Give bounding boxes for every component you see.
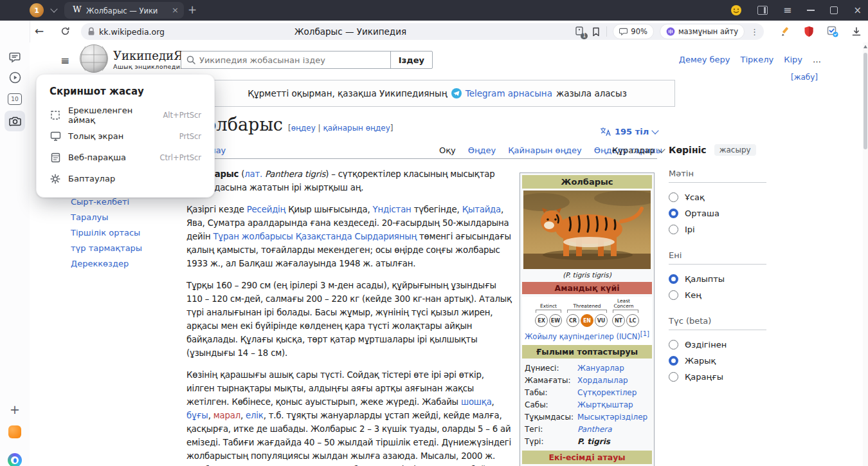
appearance-option[interactable]: Орташа bbox=[669, 205, 766, 221]
radio-checked-icon[interactable] bbox=[669, 356, 678, 366]
edit-source-link[interactable]: қайнарын өңдеу bbox=[323, 124, 390, 133]
wikipedia-wordmark[interactable]: УикипедиЯ bbox=[113, 49, 183, 62]
wiki-menu-icon[interactable]: ≡ bbox=[60, 54, 69, 67]
appearance-option[interactable]: Кең bbox=[669, 287, 766, 303]
tab-counter-badge[interactable]: 10 bbox=[5, 89, 25, 109]
search-button[interactable]: Іздеу bbox=[390, 51, 432, 68]
screenshot-menu-item[interactable]: Баптаулар bbox=[37, 168, 214, 189]
tools-menu[interactable]: Құралдар bbox=[612, 145, 664, 155]
search-input[interactable] bbox=[195, 55, 390, 65]
downloads-icon[interactable] bbox=[851, 26, 862, 37]
article-link[interactable]: марал bbox=[213, 411, 240, 420]
user-link[interactable]: Кіру bbox=[784, 55, 802, 64]
iucn-status-ex[interactable]: EX bbox=[535, 314, 548, 327]
radio-icon[interactable] bbox=[669, 340, 678, 350]
radio-icon[interactable] bbox=[669, 192, 678, 202]
chat-panel-icon[interactable] bbox=[5, 47, 25, 68]
page-scrollbar[interactable] bbox=[863, 42, 868, 466]
appearance-option[interactable]: Жарық bbox=[669, 353, 766, 369]
article-link[interactable]: Тұран жолбарысы bbox=[213, 232, 293, 241]
appearance-hide-button[interactable]: жасыру bbox=[714, 144, 756, 156]
article-link[interactable]: лат. bbox=[244, 169, 262, 179]
new-tab-button[interactable]: + bbox=[188, 3, 197, 16]
taxonomy-value[interactable]: Хордалылар bbox=[577, 376, 649, 385]
site-rating-button[interactable]: 90% bbox=[613, 24, 654, 39]
view-tab-2[interactable]: Өңдеу bbox=[468, 145, 496, 159]
toc-link[interactable]: Сырт-келбеті bbox=[71, 197, 142, 207]
screenshot-menu-item[interactable]: Ерекшеленген аймақAlt+PrtScr bbox=[37, 104, 214, 126]
iucn-link[interactable]: Жойылу қаупіндегілер (IUCN) bbox=[525, 332, 640, 341]
appearance-option[interactable]: Қалыпты bbox=[669, 271, 766, 287]
window-maximize-button[interactable] bbox=[830, 6, 838, 14]
user-link[interactable]: Демеу беру bbox=[679, 55, 730, 64]
user-menu-more-icon[interactable]: … bbox=[813, 55, 822, 64]
toc-link[interactable]: Дереккөздер bbox=[71, 259, 142, 268]
taxonomy-value[interactable]: Мысықтәрізділер bbox=[577, 413, 649, 422]
view-tab-1[interactable]: Оқу bbox=[439, 145, 456, 159]
video-panel-icon[interactable] bbox=[5, 67, 25, 88]
taxonomy-value[interactable]: Сүтқоректілер bbox=[577, 388, 649, 397]
page-scrollbar-thumb[interactable] bbox=[863, 53, 867, 149]
radio-icon[interactable] bbox=[669, 290, 678, 300]
tab-group-chevron-icon[interactable] bbox=[50, 5, 57, 12]
rail-add-icon[interactable]: + bbox=[5, 399, 25, 420]
iucn-status-lc[interactable]: LC bbox=[626, 314, 639, 327]
article-link[interactable]: бұғы bbox=[186, 411, 208, 420]
article-link[interactable]: Үндістан bbox=[373, 205, 411, 214]
radio-icon[interactable] bbox=[669, 372, 678, 382]
iucn-status-cr[interactable]: CR bbox=[566, 314, 579, 327]
article-link[interactable]: Қазақстанда bbox=[296, 232, 352, 241]
appearance-option[interactable]: Өздігінен bbox=[669, 337, 766, 353]
iucn-status-vu[interactable]: VU bbox=[595, 314, 608, 327]
toc-link[interactable]: түр тармақтары bbox=[71, 243, 142, 253]
tab-close-icon[interactable]: × bbox=[172, 5, 179, 15]
screenshot-menu-item[interactable]: Веб-парақшаCtrl+PrtScr bbox=[37, 147, 214, 168]
browser-tab[interactable]: W Жолбарыс — Уикипед... × bbox=[64, 2, 184, 19]
radio-checked-icon[interactable] bbox=[669, 209, 678, 218]
bookmark-icon[interactable] bbox=[592, 27, 601, 37]
scrollbar-up-arrow[interactable] bbox=[863, 45, 867, 48]
taxonomy-value[interactable]: Жыртқыштар bbox=[577, 400, 649, 409]
side-panel-icon[interactable] bbox=[757, 6, 768, 15]
iucn-reference[interactable]: [1] bbox=[640, 330, 649, 337]
toc-link[interactable]: Таралуы bbox=[71, 212, 142, 222]
banner-telegram-link[interactable]: Telegram арнасына bbox=[466, 88, 552, 98]
article-link[interactable]: Қытайда bbox=[462, 205, 501, 214]
collections-icon[interactable]: 1 bbox=[574, 26, 586, 37]
reload-button[interactable] bbox=[60, 26, 70, 36]
tiger-photo[interactable] bbox=[523, 191, 651, 269]
smiley-icon[interactable] bbox=[730, 5, 742, 16]
language-selector[interactable]: 195 тіл bbox=[600, 127, 658, 136]
taxonomy-value[interactable]: Жануарлар bbox=[577, 364, 649, 373]
window-close-button[interactable]: × bbox=[853, 6, 862, 15]
banner-close-link[interactable]: [жабу] bbox=[791, 73, 818, 82]
edit-link[interactable]: өңдеу bbox=[291, 124, 316, 133]
iucn-status-en[interactable]: EN bbox=[581, 314, 593, 327]
user-link[interactable]: Тіркелу bbox=[741, 55, 774, 64]
appearance-option[interactable]: Қараңғы bbox=[669, 369, 766, 385]
address-more-icon[interactable]: ⋮ bbox=[750, 27, 759, 37]
view-tab-3[interactable]: Қайнарын өңдеу bbox=[508, 145, 581, 159]
adblock-shield-icon[interactable] bbox=[804, 26, 814, 37]
tab-group-avatar[interactable]: 1 bbox=[30, 3, 44, 17]
yandex-app-icon[interactable] bbox=[5, 422, 25, 442]
article-link[interactable]: Ресейдің bbox=[247, 205, 285, 214]
wiki-search-box[interactable]: Іздеу bbox=[181, 51, 433, 69]
iucn-status-ew[interactable]: EW bbox=[549, 314, 562, 327]
edit-pencil-icon[interactable] bbox=[780, 26, 791, 37]
article-link[interactable]: шошқа bbox=[461, 397, 492, 407]
back-button[interactable]: ← bbox=[35, 24, 44, 37]
protect-check-icon[interactable] bbox=[827, 26, 838, 37]
screenshot-tool-icon[interactable] bbox=[5, 111, 25, 131]
toc-link[interactable]: Тіршілік ортасы bbox=[71, 228, 142, 238]
window-minimize-button[interactable] bbox=[807, 10, 815, 11]
article-link[interactable]: елік bbox=[246, 411, 264, 420]
read-aloud-button[interactable]: мазмұнын айту bbox=[660, 24, 745, 39]
wikipedia-globe-logo[interactable] bbox=[79, 44, 109, 73]
taxonomy-value[interactable]: Panthera bbox=[577, 425, 649, 434]
address-bar[interactable]: kk.wikipedia.org Жолбарыс — Уикипедия 1 bbox=[81, 23, 764, 40]
appearance-option[interactable]: Ірі bbox=[669, 221, 766, 238]
radio-checked-icon[interactable] bbox=[669, 274, 678, 284]
browser-menu-icon[interactable]: ≡ bbox=[783, 5, 791, 15]
appearance-option[interactable]: Ұсақ bbox=[669, 189, 766, 205]
